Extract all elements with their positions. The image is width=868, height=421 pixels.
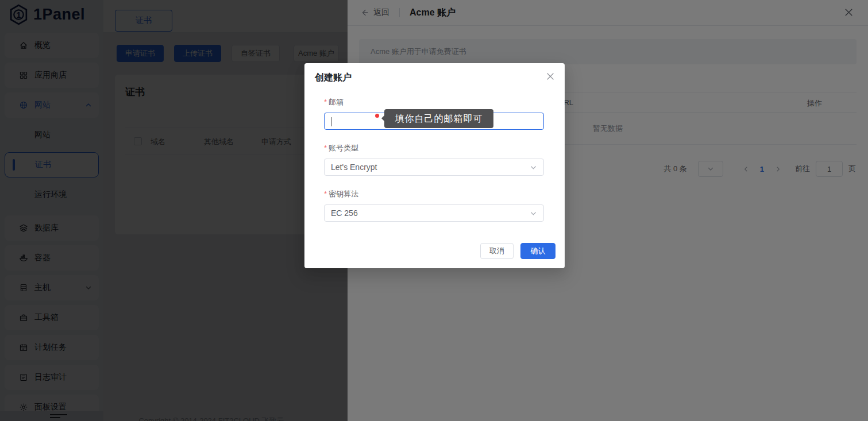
key-algo-value: EC 256 <box>331 208 358 218</box>
email-label: *邮箱 <box>324 97 344 107</box>
email-label-text: 邮箱 <box>329 98 344 106</box>
dialog-title: 创建账户 <box>315 72 352 84</box>
email-tooltip-text: 填你自己的邮箱即可 <box>395 114 483 123</box>
cancel-label: 取消 <box>489 246 504 256</box>
key-algo-label: *密钥算法 <box>324 189 358 199</box>
dialog-footer: 取消 确认 <box>480 243 555 259</box>
key-algo-label-text: 密钥算法 <box>329 190 358 198</box>
required-mark: * <box>324 144 327 152</box>
confirm-label: 确认 <box>531 246 546 256</box>
required-mark: * <box>324 98 327 106</box>
cancel-button[interactable]: 取消 <box>480 243 514 259</box>
dialog-close-icon[interactable] <box>546 72 555 81</box>
key-algo-select[interactable]: EC 256 <box>324 204 544 222</box>
account-type-select[interactable]: Let's Encrypt <box>324 159 544 176</box>
account-type-label: *账号类型 <box>324 143 358 153</box>
create-account-dialog: 创建账户 *邮箱 填你自己的邮箱即可 *账号类型 Let's Encrypt *… <box>304 63 565 268</box>
confirm-button[interactable]: 确认 <box>520 243 555 259</box>
account-type-label-text: 账号类型 <box>329 144 358 152</box>
chevron-down-icon <box>530 210 537 217</box>
email-tooltip: 填你自己的邮箱即可 <box>384 109 493 128</box>
account-type-value: Let's Encrypt <box>331 163 377 172</box>
chevron-down-icon <box>530 164 537 171</box>
app-window: 1 1Panel 概览 应用商店 网站 网站 证书 运行环境 <box>0 0 868 421</box>
text-cursor <box>331 117 331 126</box>
required-mark: * <box>324 190 327 198</box>
